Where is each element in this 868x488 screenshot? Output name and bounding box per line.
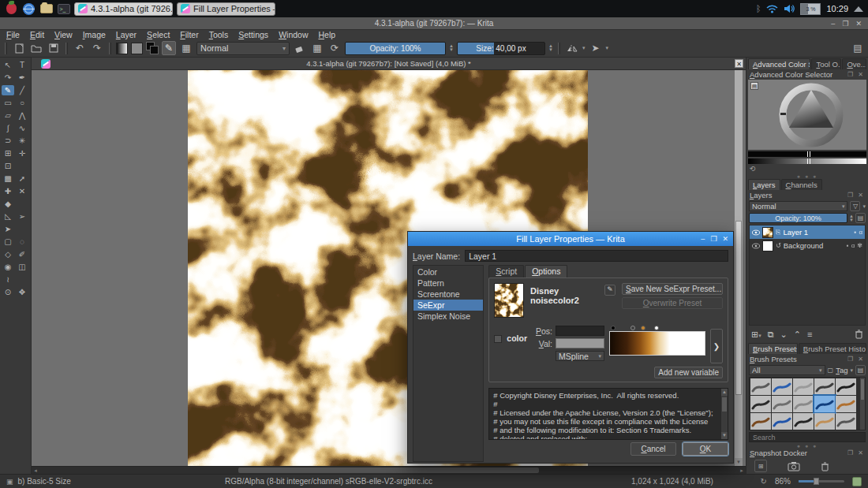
- text-tool[interactable]: T: [16, 60, 28, 70]
- fill-type-seexpr[interactable]: SeExpr: [413, 300, 483, 311]
- calligraphy-tool[interactable]: ✒: [16, 73, 28, 83]
- freehand-path-tool[interactable]: ∿: [16, 123, 28, 133]
- layer-opacity-slider[interactable]: Opacity: 100%: [749, 213, 847, 223]
- docker-float-close-icons[interactable]: ❐ ✕: [847, 356, 865, 363]
- seexpr-script-editor[interactable]: # Copyright Disney Enterprises, Inc. All…: [488, 388, 728, 440]
- size-spinner[interactable]: ▲▼: [548, 44, 553, 52]
- workspace-chooser-icon[interactable]: ▤: [851, 41, 865, 55]
- multibrush-tool[interactable]: ✳: [16, 136, 28, 146]
- color-sampler-tool[interactable]: ➚: [16, 173, 28, 184]
- layer-filter-caret[interactable]: ▾: [862, 203, 866, 210]
- layer-view-options-icon[interactable]: ▤: [855, 213, 866, 223]
- gradient-editor[interactable]: [609, 324, 705, 356]
- layer-filter-icon[interactable]: ▽: [850, 201, 860, 211]
- brush-preset-tile[interactable]: [814, 378, 835, 395]
- toolbar-grip[interactable]: [558, 43, 560, 54]
- menu-tools[interactable]: Tools: [209, 30, 229, 39]
- document-tab[interactable]: 4.3.1-alpha (git 79267b7): [Not Saved] (…: [32, 58, 746, 70]
- canvas-only-mode-icon[interactable]: [852, 477, 862, 486]
- delete-layer-button[interactable]: [855, 330, 863, 339]
- docker-float-close-icons[interactable]: ❐ ✕: [847, 71, 865, 78]
- foreground-background-colors[interactable]: [146, 42, 159, 54]
- gradient-tool[interactable]: ▩: [2, 173, 14, 184]
- transform-tool[interactable]: ⊞: [2, 148, 14, 158]
- snapshot-camera-icon[interactable]: [788, 461, 800, 471]
- layer-visibility-icon[interactable]: [752, 242, 760, 250]
- color-selector-settings-icon[interactable]: ▤: [750, 82, 758, 90]
- toolbar-grip[interactable]: [65, 43, 68, 54]
- edit-brush-settings-button[interactable]: ✎: [162, 41, 176, 55]
- opacity-spinner[interactable]: ▲▼: [449, 44, 454, 52]
- brush-preset-tile[interactable]: [750, 413, 771, 430]
- next-variable-button[interactable]: ❯: [710, 329, 723, 363]
- color-history-bar[interactable]: [748, 151, 866, 157]
- brush-preset-tile[interactable]: [814, 396, 835, 412]
- brush-preset-tile[interactable]: [750, 378, 771, 395]
- tag-checkbox[interactable]: ▢: [828, 367, 834, 374]
- docker-tab-advanced-color-sel[interactable]: Advanced Color Sel...: [748, 58, 810, 69]
- menu-view[interactable]: View: [54, 30, 73, 39]
- brush-grid-scrollbar[interactable]: [860, 378, 865, 430]
- canvas-vertical-scrollbar[interactable]: ▼: [735, 70, 743, 466]
- window-maximize-button[interactable]: ❐: [842, 20, 848, 28]
- brush-preset-tile[interactable]: [793, 378, 814, 395]
- gradient-chooser[interactable]: [116, 43, 128, 54]
- new-document-icon[interactable]: [12, 41, 26, 55]
- docker-tab-tool-o[interactable]: Tool O...: [811, 58, 841, 69]
- layer-row-layer1[interactable]: ⎘ Layer 1 ▪α: [750, 225, 865, 239]
- brush-search-input[interactable]: Search: [749, 432, 866, 442]
- create-snapshot-button[interactable]: ⊞: [754, 460, 767, 472]
- pattern-chooser[interactable]: [131, 43, 143, 54]
- fill-type-screentone[interactable]: Screentone: [413, 289, 483, 300]
- docker-float-close-icons[interactable]: ❐ ✕: [847, 449, 865, 456]
- freehand-brush-tool[interactable]: ✎: [2, 85, 14, 95]
- document-close-button[interactable]: ✕: [735, 59, 743, 68]
- dialog-maximize-button[interactable]: ❒: [710, 235, 716, 243]
- move-tool[interactable]: ✛: [16, 148, 28, 158]
- gradient-stop[interactable]: [611, 326, 615, 330]
- dialog-minimize-button[interactable]: –: [701, 235, 705, 243]
- polygon-select-tool[interactable]: ◇: [2, 249, 14, 259]
- edit-shapes-tool[interactable]: ↷: [2, 73, 14, 83]
- mirror-horizontal-icon[interactable]: [565, 41, 579, 55]
- menu-window[interactable]: Window: [279, 30, 308, 39]
- brush-preset-tile[interactable]: [836, 396, 856, 412]
- flip-icon[interactable]: ➤: [588, 41, 602, 55]
- eject-icon[interactable]: [854, 6, 863, 12]
- reload-preset-icon[interactable]: ⟳: [327, 41, 342, 55]
- brush-preset-tile[interactable]: [793, 396, 814, 412]
- wifi-icon[interactable]: [766, 4, 778, 13]
- docker-tab-layers[interactable]: Layers: [748, 179, 780, 190]
- window-minimize-button[interactable]: –: [831, 20, 835, 28]
- volume-icon[interactable]: [784, 4, 795, 13]
- rectangle-tool[interactable]: ▭: [2, 98, 14, 108]
- terminal-icon[interactable]: >_: [57, 2, 70, 16]
- ellipse-tool[interactable]: ○: [16, 98, 28, 108]
- reference-tool[interactable]: ➢: [16, 211, 28, 222]
- transform-select-tool[interactable]: ↖: [2, 60, 14, 70]
- layer-blend-mode-combo[interactable]: Normal▾: [749, 201, 847, 211]
- dialog-tab-script[interactable]: Script: [488, 265, 524, 278]
- dynamic-brush-tool[interactable]: ⊃: [2, 136, 14, 146]
- ellipse-select-tool[interactable]: ◌: [16, 237, 28, 247]
- opacity-slider[interactable]: Opacity: 100%: [345, 42, 446, 55]
- fill-type-color[interactable]: Color: [413, 266, 483, 278]
- brush-presets-button[interactable]: ▦: [179, 41, 193, 55]
- pos-input[interactable]: [556, 326, 604, 336]
- fill-type-pattern[interactable]: Pattern: [413, 278, 483, 289]
- menu-help[interactable]: Help: [318, 30, 335, 39]
- brush-preset-tile[interactable]: [814, 413, 835, 430]
- menu-filter[interactable]: Filter: [180, 30, 198, 39]
- add-new-variable-button[interactable]: Add new variable: [654, 367, 723, 378]
- gradient-preview[interactable]: [609, 331, 705, 356]
- docker-tab-channels[interactable]: Channels: [781, 179, 822, 190]
- preset-thumbnail[interactable]: [494, 283, 524, 318]
- script-scrollbar[interactable]: ▲▼: [720, 389, 728, 439]
- window-close-button[interactable]: ✕: [855, 20, 862, 28]
- brush-size-slider[interactable]: Size: 40,00 px: [457, 42, 545, 55]
- colorspace-label[interactable]: RGB/Alpha (8-bit integer/channel) sRGB-e…: [225, 477, 432, 486]
- docker-tab-brush-preset-history[interactable]: Brush Preset History: [799, 343, 866, 354]
- rect-select-tool[interactable]: ▢: [2, 237, 14, 247]
- layer-name-input[interactable]: Layer 1: [465, 250, 728, 262]
- ok-button[interactable]: OK: [683, 442, 728, 456]
